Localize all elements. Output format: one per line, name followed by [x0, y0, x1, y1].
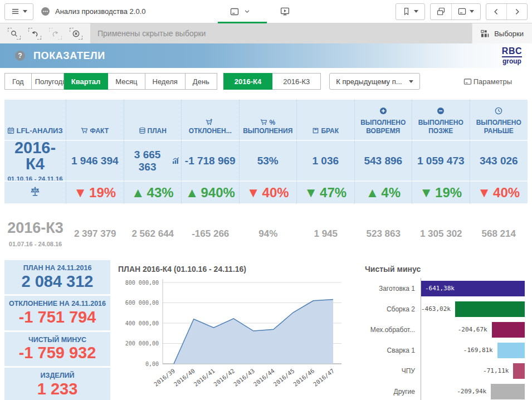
kpi-delta-1: ▼19%: [66, 181, 124, 203]
kpi-value-8: 343 026: [470, 140, 528, 181]
selection-tools: [0, 23, 90, 43]
period-button-3[interactable]: Квартал: [64, 73, 109, 90]
bar-segment-3[interactable]: [492, 322, 525, 338]
bookmarks-button[interactable]: [396, 4, 424, 19]
bar-segment-1[interactable]: -641,38k: [421, 281, 525, 296]
area-chart-canvas[interactable]: 0,00200 000,00400 000,00600 000,00800 00…: [116, 275, 353, 399]
bar-row-2: Сборка 2-463,02k: [365, 299, 525, 319]
filter-row: ГодПолугодиеКварталМесяцНеделяДень 2016-…: [4, 73, 528, 90]
previous-value-6: 523 863: [355, 228, 413, 240]
period-button-5[interactable]: Неделя: [145, 73, 186, 90]
bar-category-label[interactable]: ЧПУ: [365, 367, 421, 375]
kpi-header-4: % ВЫПОЛНЕНИЯ: [240, 100, 297, 140]
bar-value-label: -71,11k: [483, 367, 509, 374]
clear-circle-icon: [72, 30, 80, 38]
smart-search-button[interactable]: [7, 27, 21, 41]
undo-selection-button[interactable]: [28, 27, 42, 41]
sheet-title: ПОКАЗАТЕЛИ: [33, 50, 105, 62]
bar-value-label: -641,38k: [425, 285, 455, 292]
kpi-value-text: 1 946 394: [71, 155, 119, 167]
selections-panel-label: Выборки: [494, 30, 524, 38]
bar-category-label[interactable]: Сборка 2: [365, 305, 421, 313]
selections-panel-toggle[interactable]: Выборки: [472, 23, 532, 43]
rbc-group-logo: RBC group: [502, 47, 522, 65]
kpi-table[interactable]: LFL-АНАЛИЗФАКТПЛАНОТКЛОНЕН...% ВЫПОЛНЕНИ…: [4, 100, 528, 203]
area-fill[interactable]: [174, 300, 333, 364]
clear-selections-button[interactable]: [69, 27, 83, 41]
chart-up-icon: [172, 157, 180, 165]
kpi-value-2: 3 665 363: [124, 140, 182, 181]
current-sheet-button[interactable]: [227, 3, 253, 20]
bar-chart-title: Чистый минус: [365, 260, 525, 274]
svg-text:2016/47: 2016/47: [312, 367, 335, 388]
quarter-button-1[interactable]: 2016-К4: [223, 73, 272, 90]
kpi-header-8: ВЫПОЛНЕНО РАНЬШЕ: [470, 100, 528, 140]
bar-segment-2[interactable]: [455, 301, 525, 317]
app-window: Анализ производства 2.0.0: [0, 0, 532, 400]
parameters-label: Параметры: [474, 77, 512, 86]
bar-category-label[interactable]: Сварка 1: [365, 347, 421, 354]
net-minus-bar-chart-container[interactable]: Чистый минус Заготовка 1-641,38kСборка 2…: [358, 260, 528, 400]
summary-card-1: ПЛАН НА 24.11.20162 084 312: [4, 260, 110, 294]
chevron-down-icon: [244, 8, 250, 14]
kpi-value-text: 1 036: [312, 155, 339, 167]
svg-text:2016/41: 2016/41: [192, 367, 216, 388]
sheets-list-button[interactable]: [451, 4, 480, 19]
grid-icon: [481, 30, 489, 38]
bottom-section: ПЛАН НА 24.11.20162 084 312ОТКЛОНЕНИЕ НА…: [4, 260, 528, 400]
area-chart-title: ПЛАН 2016-К4 (01.10.16 - 24.11.16): [116, 260, 353, 274]
compare-period-dropdown[interactable]: К предыдущему п...: [329, 73, 419, 90]
card-value: 1 233: [6, 381, 109, 397]
search-icon: [10, 30, 18, 38]
bar-plot-area: -463,02k: [421, 299, 525, 319]
top-toolbar: Анализ производства 2.0.0: [0, 0, 532, 23]
kpi-header-lfl: LFL-АНАЛИЗ: [4, 100, 66, 140]
bar-category-label[interactable]: Другие: [365, 388, 421, 396]
bar-plot-area: -209,94k: [421, 381, 525, 400]
period-filter-group: ГодПолугодиеКварталМесяцНеделяДень: [4, 73, 217, 90]
next-sheet-button[interactable]: [506, 4, 527, 19]
sheet-icon: [230, 7, 239, 16]
quarter-button-2[interactable]: 2016-К3: [272, 73, 321, 90]
kpi-lfl-scales-cell: [4, 181, 66, 203]
bar-value-label: -204,67k: [458, 326, 487, 333]
previous-value-7: 1 305 302: [412, 228, 470, 240]
card-value: -1 751 794: [6, 309, 109, 325]
bar-segment-6[interactable]: [491, 384, 525, 399]
bar-row-3: Мех.обработ...-204,67k: [365, 319, 525, 340]
bar-segment-5[interactable]: [513, 363, 525, 379]
kpi-delta-5: ▼47%: [297, 181, 355, 203]
plan-area-chart-container[interactable]: ПЛАН 2016-К4 (01.10.16 - 24.11.16) 0,002…: [116, 260, 353, 400]
bar-category-label[interactable]: Заготовка 1: [365, 285, 421, 292]
prev-sheet-button[interactable]: [486, 4, 506, 19]
bar-category-label[interactable]: Мех.обработ...: [365, 326, 421, 334]
card-value: 2 084 312: [6, 273, 109, 290]
summary-cards: ПЛАН НА 24.11.20162 084 312ОТКЛОНЕНИЕ НА…: [4, 260, 110, 400]
period-button-1[interactable]: Год: [4, 73, 32, 90]
card-label: ОТКЛОНЕНИЕ НА 24.11.2016: [6, 300, 109, 308]
kpi-value-text: -1 718 969: [185, 155, 236, 167]
bar-row-1: Заготовка 1-641,38k: [365, 278, 525, 299]
previous-value-1: 2 397 379: [66, 228, 124, 240]
period-button-2[interactable]: Полугодие: [32, 73, 64, 90]
period-button-4[interactable]: Месяц: [108, 73, 145, 90]
scales-icon: [30, 186, 41, 197]
kpi-header-3: ОТКЛОНЕН...: [182, 100, 240, 140]
period-button-6[interactable]: День: [186, 73, 217, 90]
bar-plot-area: -641,38k: [421, 278, 525, 299]
bar-value-label: -463,02k: [421, 305, 451, 313]
bar-segment-4[interactable]: [497, 343, 525, 358]
logo-line1: RBC: [502, 47, 522, 57]
help-icon[interactable]: ?: [15, 51, 25, 61]
previous-period-label: 2016-К301.07.16 - 24.08.16: [4, 221, 66, 247]
svg-text:2016/40: 2016/40: [173, 367, 196, 388]
parameters-button[interactable]: Параметры: [463, 77, 512, 86]
duplicate-sheet-button[interactable]: [431, 4, 451, 19]
bar-row-4: Сварка 1-169,81k: [365, 340, 525, 360]
kpi-value-text: 53%: [257, 155, 279, 167]
story-mode-button[interactable]: [277, 6, 293, 17]
kpi-value-text: 3 665 363: [125, 149, 170, 173]
global-menu-button[interactable]: [4, 3, 33, 20]
area-chart-svg[interactable]: 0,00200 000,00400 000,00600 000,00800 00…: [116, 275, 353, 399]
redo-selection-button[interactable]: [48, 27, 62, 41]
